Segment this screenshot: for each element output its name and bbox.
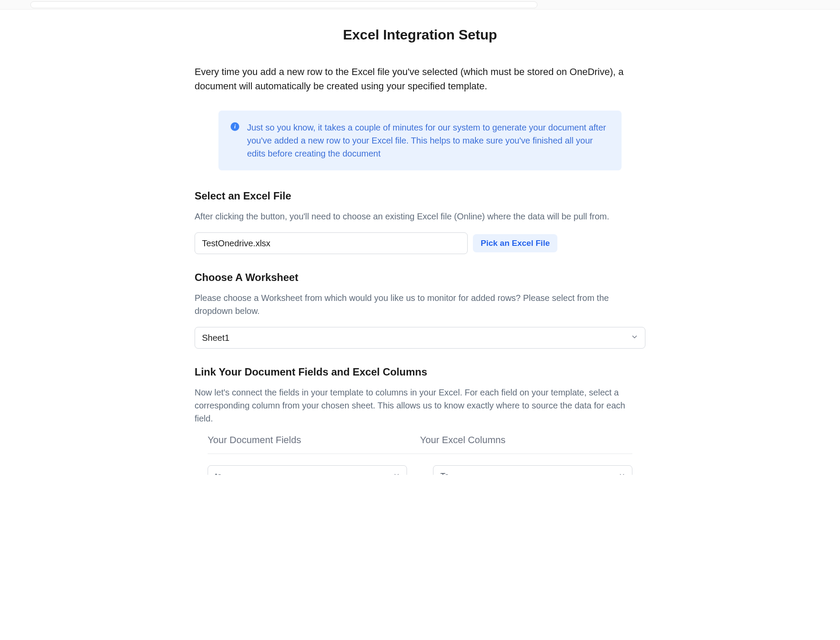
worksheet-desc: Please choose a Worksheet from which wou…: [195, 291, 645, 317]
file-picker-row: Pick an Excel File: [195, 232, 645, 254]
link-fields-desc: Now let's connect the fields in your tem…: [195, 386, 645, 425]
page-content: Excel Integration Setup Every time you a…: [169, 10, 671, 509]
mapping-cell-column: To: [433, 465, 632, 475]
mapping-header-row: Your Document Fields Your Excel Columns: [208, 434, 632, 454]
excel-column-select[interactable]: To: [433, 465, 632, 475]
browser-top-bar: [0, 0, 840, 10]
intro-text: Every time you add a new row to the Exce…: [195, 65, 645, 93]
section-select-file: Select an Excel File After clicking the …: [195, 190, 645, 254]
address-bar[interactable]: [30, 1, 537, 8]
worksheet-select-wrapper: Sheet1: [195, 327, 645, 349]
column-header-excel-columns: Your Excel Columns: [420, 434, 632, 446]
info-icon: i: [231, 122, 239, 131]
section-worksheet: Choose A Worksheet Please choose a Works…: [195, 271, 645, 349]
worksheet-title: Choose A Worksheet: [195, 271, 645, 284]
mapping-cell-field: to: [208, 465, 407, 475]
link-fields-title: Link Your Document Fields and Excel Colu…: [195, 366, 645, 378]
field-mapping-table: Your Document Fields Your Excel Columns …: [195, 434, 645, 475]
document-field-select[interactable]: to: [208, 465, 407, 475]
column-header-document-fields: Your Document Fields: [208, 434, 420, 446]
worksheet-select[interactable]: Sheet1: [195, 327, 645, 349]
select-file-desc: After clicking the button, you'll need t…: [195, 210, 645, 223]
mapping-row: to To: [208, 465, 632, 475]
info-callout: i Just so you know, it takes a couple of…: [218, 111, 622, 170]
pick-excel-file-button[interactable]: Pick an Excel File: [473, 234, 557, 252]
page-title: Excel Integration Setup: [195, 27, 645, 43]
select-file-title: Select an Excel File: [195, 190, 645, 202]
excel-file-input[interactable]: [195, 232, 468, 254]
info-callout-text: Just so you know, it takes a couple of m…: [247, 121, 609, 160]
section-link-fields: Link Your Document Fields and Excel Colu…: [195, 366, 645, 475]
